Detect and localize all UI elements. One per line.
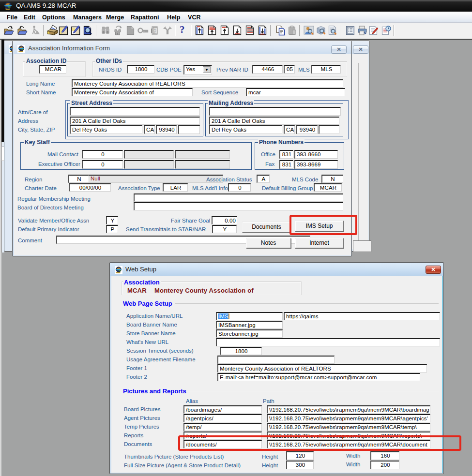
svg-text:A: A	[154, 28, 156, 31]
svg-text:Z: Z	[154, 31, 156, 34]
